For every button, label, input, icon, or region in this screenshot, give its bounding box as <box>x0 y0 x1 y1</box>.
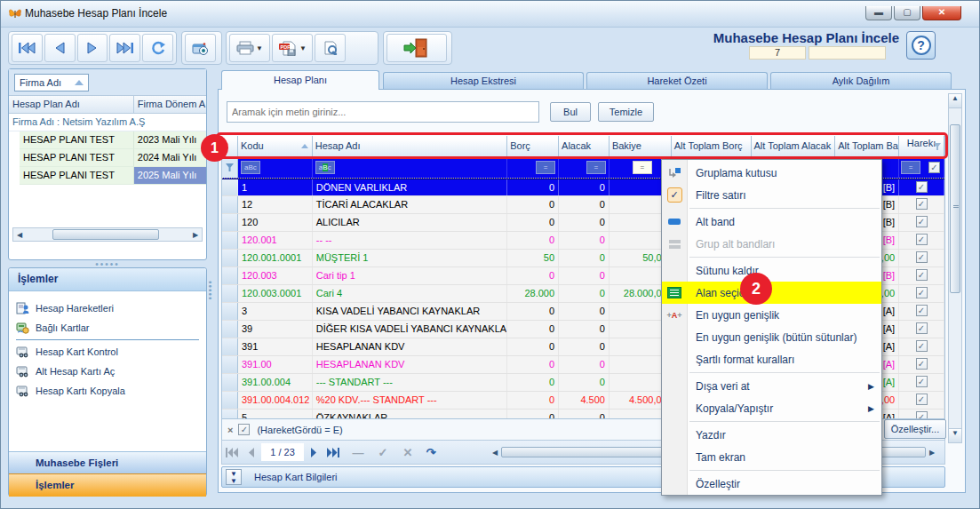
scroll-left-icon[interactable]: ◀ <box>489 449 501 457</box>
nav-last-icon[interactable] <box>323 443 343 461</box>
row-checkbox[interactable]: ✓ <box>916 251 928 263</box>
print-dropdown-arrow[interactable]: ▼ <box>256 44 263 52</box>
equals-filter-icon: = <box>901 161 920 174</box>
scroll-down-icon[interactable]: ▼ <box>949 428 961 442</box>
equals-filter-icon: = <box>633 161 652 174</box>
filter-checkbox[interactable]: ✓ <box>928 162 940 173</box>
menu-item-gruplama-kutusu[interactable]: Gruplama kutusu <box>662 162 881 184</box>
scrollbar-thumb[interactable] <box>950 124 960 293</box>
filter-cell-alacak[interactable]: = <box>559 157 610 178</box>
help-button[interactable]: ? <box>906 31 936 60</box>
row-checkbox[interactable]: ✓ <box>916 340 928 352</box>
refresh-data-icon[interactable]: ↷ <box>421 443 441 461</box>
find-button[interactable]: Bul <box>550 102 591 122</box>
group-row[interactable]: Firma Adı : Netsim Yazılım A.Ş <box>9 114 206 131</box>
customize-button[interactable]: Özelleştir... <box>884 419 946 439</box>
list-item[interactable]: HESAP PLANI TEST 2024 Mali Yılı <box>9 149 206 167</box>
delete-record-icon[interactable]: — <box>348 443 368 461</box>
remove-filter-icon[interactable]: × <box>227 425 233 435</box>
filter-funnel-cell[interactable] <box>222 157 238 178</box>
row-checkbox[interactable]: ✓ <box>916 358 928 370</box>
submenu-arrow-icon: ▶ <box>868 404 874 413</box>
row-checkbox[interactable]: ✓ <box>916 287 928 298</box>
tab-hesap-plani[interactable]: Hesap Planı <box>221 70 379 90</box>
column-header[interactable]: Hesap Plan Adı <box>9 96 134 113</box>
action-alt-hesap-karti-ac[interactable]: Alt Hesap Kartı Aç <box>9 362 206 381</box>
menu-item-sutunu-kaldir[interactable]: Sütunu kaldır <box>662 259 881 282</box>
tab-hesap-ekstresi[interactable]: Hesap Ekstresi <box>383 72 584 89</box>
sidebar-column-headers: Hesap Plan Adı Firma Dönem A <box>9 96 206 114</box>
filter-cell-hesap-adi[interactable]: aBc <box>313 157 507 178</box>
tab-aylik-dagilim[interactable]: Aylık Dağılım <box>770 72 952 89</box>
row-checkbox[interactable]: ✓ <box>916 234 928 245</box>
sidebar-bar-islemler[interactable]: İşlemler <box>9 473 206 497</box>
pdf-dropdown-arrow[interactable]: ▼ <box>299 44 307 52</box>
clear-button[interactable]: Temizle <box>598 102 654 122</box>
action-hesap-kart-kontrol[interactable]: Hesap Kart Kontrol <box>9 342 206 362</box>
nav-first-icon[interactable] <box>222 443 242 461</box>
scrollbar-thumb[interactable] <box>52 229 159 240</box>
menu-item-kopyala-yapistir[interactable]: Kopyala/Yapıştır▶ <box>662 397 881 419</box>
row-checkbox[interactable]: ✓ <box>916 269 928 281</box>
list-item-selected[interactable]: HESAP PLANI TEST 2025 Mali Yılı <box>9 167 206 185</box>
action-hesap-hareketleri[interactable]: Hesap Hareketleri <box>9 298 206 318</box>
vertical-scrollbar[interactable]: ▲ ▼ <box>948 93 962 443</box>
sidebar-horizontal-scrollbar[interactable]: ◀ ▶ <box>12 227 203 242</box>
group-field-button[interactable]: Firma Adı <box>14 74 89 91</box>
row-checkbox[interactable]: ✓ <box>916 376 928 387</box>
action-bagli-kartlar[interactable]: Bağlı Kartlar <box>9 318 206 338</box>
expand-chevron-icon[interactable]: ▼▼ <box>226 469 242 485</box>
maximize-button[interactable]: ▢ <box>894 6 920 20</box>
menu-item-en-uygun-genislik[interactable]: +A+En uygun genişlik <box>662 304 881 326</box>
row-checkbox[interactable]: ✓ <box>916 394 928 405</box>
menu-item-ozellestir[interactable]: Özelleştir <box>662 473 881 495</box>
nav-prev-icon[interactable] <box>242 443 261 461</box>
previous-record-button[interactable] <box>44 34 76 62</box>
row-checkbox[interactable]: ✓ <box>916 181 928 193</box>
next-record-button[interactable] <box>77 34 108 62</box>
nav-next-icon[interactable] <box>304 443 323 461</box>
filter-cell-hareket[interactable]: =✓ <box>899 157 944 178</box>
menu-item-sartli-format[interactable]: Şartlı format kuralları <box>662 348 881 370</box>
post-edit-icon[interactable]: ✓ <box>373 443 393 461</box>
close-button[interactable]: ✕ <box>922 6 961 20</box>
action-hesap-karti-kopyala[interactable]: Hesap Kartı Kopyala <box>9 381 206 401</box>
menu-item-yazdir[interactable]: Yazdır <box>662 424 881 446</box>
filter-cell-kodu[interactable]: aBc <box>238 157 313 178</box>
row-checkbox[interactable]: ✓ <box>916 216 928 227</box>
row-checkbox[interactable]: ✓ <box>916 322 928 334</box>
tab-hareket-ozeti[interactable]: Hareket Özeti <box>586 72 768 89</box>
menu-item-alt-band[interactable]: Alt band <box>662 211 881 233</box>
save-pdf-button[interactable]: PDF▼ <box>272 34 313 62</box>
minimize-button[interactable]: ▬ <box>865 6 892 20</box>
app-window: Muhasebe Hesap Planı İncele ▬ ▢ ✕ ▼ PDF▼… <box>0 0 980 509</box>
scroll-left-icon[interactable]: ◀ <box>13 231 26 239</box>
menu-item-tam-ekran[interactable]: Tam ekran <box>662 446 881 468</box>
print-button[interactable]: ▼ <box>229 34 270 62</box>
filter-cell-borc[interactable]: = <box>507 157 559 178</box>
page-title: Muhasebe Hesap Planı İncele <box>526 30 899 45</box>
row-checkbox[interactable]: ✓ <box>916 198 928 210</box>
first-record-button[interactable] <box>12 34 43 62</box>
exit-door-icon[interactable] <box>386 34 447 62</box>
menu-item-filtre-satiri[interactable]: ✓Filtre satırı <box>662 184 881 206</box>
scroll-right-icon[interactable]: ▶ <box>189 231 202 239</box>
list-item[interactable]: HESAP PLANI TEST 2023 Mali Yılı <box>9 131 206 149</box>
search-input[interactable] <box>227 101 539 123</box>
preview-window-eye-icon[interactable] <box>185 34 216 62</box>
row-checkbox[interactable]: ✓ <box>916 411 928 418</box>
vertical-splitter[interactable]: ••••• <box>208 281 215 301</box>
row-checkbox[interactable]: ✓ <box>916 305 928 316</box>
print-settings-button[interactable] <box>315 34 346 62</box>
filter-active-checkbox[interactable]: ✓ <box>238 424 250 435</box>
view-toolbar-group <box>181 31 222 65</box>
scroll-up-icon[interactable]: ▲ <box>949 94 961 108</box>
menu-item-en-uygun-genislik-tum[interactable]: En uygun genişlik (bütün sütunlar) <box>662 326 881 348</box>
column-header[interactable]: Firma Dönem A <box>134 96 206 113</box>
scroll-right-icon[interactable]: ▶ <box>926 449 938 457</box>
cancel-edit-icon[interactable]: ✕ <box>398 443 418 461</box>
sidebar-bar-muhasebe-fisleri[interactable]: Muhasebe Fişleri <box>9 451 206 473</box>
last-record-button[interactable] <box>109 34 140 62</box>
refresh-button[interactable] <box>142 34 173 62</box>
menu-item-disa-veri-at[interactable]: Dışa veri at▶ <box>662 375 881 397</box>
